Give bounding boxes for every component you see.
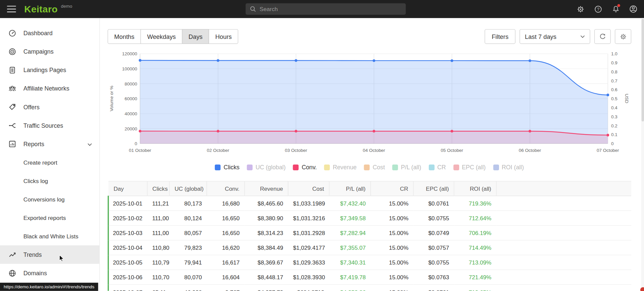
table-cell: 2025-10-02: [108, 211, 147, 225]
table-row: 2025-10-02111,0080,12416,650$8,380.90$1,…: [108, 211, 631, 225]
search-input[interactable]: [246, 3, 406, 15]
table-cell: 111,00: [147, 226, 169, 240]
left-axis-label: Volume or %: [109, 86, 114, 111]
topbar: Keitaro demo ?: [0, 0, 644, 18]
table-cell: 15.00%: [371, 240, 413, 255]
legend-item-conv[interactable]: Conv.: [293, 164, 317, 171]
refresh-button[interactable]: [594, 29, 611, 44]
legend-item-cost[interactable]: Cost: [364, 164, 385, 171]
table-cell: 16,680: [207, 196, 245, 211]
table-cell: $7,355.07: [329, 240, 371, 255]
sidebar-item-campaigns[interactable]: Campaigns: [0, 42, 99, 61]
sidebar-item-exported-reports[interactable]: Exported reports: [0, 209, 99, 227]
table-cell-filler: [496, 255, 631, 270]
date-range-select[interactable]: Last 7 days: [519, 29, 590, 44]
settings-gear-icon[interactable]: [576, 5, 584, 13]
tab-hours[interactable]: Hours: [209, 29, 238, 44]
legend-swatch: [247, 165, 253, 170]
sidebar-item-affiliate-networks[interactable]: Affiliate Networks: [0, 79, 99, 98]
sidebar-item-label: Domains: [23, 270, 47, 277]
legend-item-epc-all[interactable]: EPC (all): [453, 164, 486, 171]
svg-text:0: 0: [135, 141, 137, 146]
chart-settings-button[interactable]: [615, 29, 631, 44]
tab-days[interactable]: Days: [182, 29, 209, 44]
legend-item-cr[interactable]: CR: [429, 164, 446, 171]
table-cell: $7,419.78: [329, 270, 371, 285]
table-cell: $7,282.94: [329, 226, 371, 240]
scrollbar-thumb[interactable]: [642, 19, 644, 121]
sidebar-item-clicks-log[interactable]: Clicks log: [0, 172, 99, 190]
account-avatar-icon[interactable]: [629, 5, 637, 13]
legend-swatch: [324, 165, 330, 170]
filters-button[interactable]: Filters: [485, 29, 515, 44]
table-header-epc-all: EPC (all): [413, 181, 454, 196]
sidebar-item-landings[interactable]: Landings Pages: [0, 61, 99, 79]
help-icon[interactable]: ?: [594, 5, 602, 13]
svg-text:20000: 20000: [125, 126, 137, 131]
sidebar-item-domains[interactable]: Domains: [0, 264, 99, 282]
table-cell: $8,465.60: [245, 196, 288, 211]
table-cell: 706.19%: [454, 226, 496, 240]
table-cell: $7,340.31: [329, 255, 371, 270]
legend-swatch: [392, 165, 398, 170]
legend-item-roi-all[interactable]: ROI (all): [493, 164, 524, 171]
hamburger-menu-icon[interactable]: [7, 6, 16, 12]
sidebar-item-conversions-log[interactable]: Conversions log: [0, 190, 99, 209]
table-cell: 9,767: [207, 285, 245, 291]
table-cell: $0.0755: [413, 211, 454, 225]
table-cell: 111,00: [147, 211, 169, 225]
notifications-bell-icon[interactable]: [611, 5, 620, 13]
legend-item-uc-global[interactable]: UC (global): [247, 164, 286, 171]
table-cell: $0.0763: [413, 270, 454, 285]
affiliate-networks-icon: [8, 84, 16, 93]
sidebar-item-trends[interactable]: Trends: [0, 245, 99, 264]
scrollbar-track[interactable]: [641, 18, 644, 291]
table-cell: $1,031.3216: [288, 211, 329, 225]
svg-text:100000: 100000: [122, 66, 137, 71]
dashboard-icon: [8, 29, 16, 37]
sidebar-item-label: Affiliate Networks: [23, 85, 69, 92]
trends-table-wrap: DayClicksUC (global)Conv.RevenueCostP/L …: [108, 181, 631, 291]
legend-label: Cost: [373, 164, 385, 171]
legend-swatch: [453, 165, 459, 170]
legend-item-revenue[interactable]: Revenue: [324, 164, 357, 171]
notification-badge: [617, 4, 620, 7]
sidebar-item-black-white-lists[interactable]: Black and White Lists: [0, 227, 99, 245]
table-cell: 719.36%: [454, 196, 496, 211]
sidebar-item-traffic-sources[interactable]: Traffic Sources: [0, 116, 99, 134]
sidebar-item-offers[interactable]: Offers: [0, 98, 99, 116]
svg-text:05 October: 05 October: [441, 148, 463, 153]
svg-text:0.6: 0.6: [611, 87, 617, 92]
legend-item-clicks[interactable]: Clicks: [215, 164, 240, 171]
table-cell: 79,941: [169, 255, 207, 270]
table-cell: 15.00%: [371, 226, 413, 240]
svg-text:07 October: 07 October: [597, 148, 619, 153]
sidebar-item-label: Landings Pages: [23, 67, 66, 73]
table-row: 2025-10-06110,7080,07016,604$8,448.17$1,…: [108, 270, 631, 285]
tab-weekdays[interactable]: Weekdays: [141, 29, 183, 44]
svg-text:0.4: 0.4: [611, 105, 617, 110]
svg-text:0.7: 0.7: [611, 78, 617, 83]
chevron-down-icon: [580, 35, 585, 38]
env-badge: demo: [61, 4, 72, 9]
sidebar-item-create-report[interactable]: Create report: [0, 153, 99, 171]
sidebar-item-label: Offers: [23, 104, 40, 110]
sidebar-item-dashboard[interactable]: Dashboard: [0, 24, 99, 42]
table-cell: 16,617: [207, 255, 245, 270]
table-cell: 15.00%: [371, 270, 413, 285]
table-header-day: Day: [108, 181, 147, 196]
table-cell: 16,650: [207, 226, 245, 240]
legend-swatch: [364, 165, 370, 170]
legend-swatch: [493, 165, 499, 170]
trends-chart: Volume or % USD 020000400006000080000100…: [108, 48, 631, 157]
sidebar-item-label: Campaigns: [23, 48, 54, 55]
legend-item-p-l-all[interactable]: P/L (all): [392, 164, 421, 171]
table-cell: 2025-10-03: [108, 226, 147, 240]
gear-icon: [620, 33, 627, 40]
table-row: 2025-10-01111,2180,17316,680$8,465.60$1,…: [108, 196, 631, 211]
svg-text:1.0: 1.0: [611, 51, 617, 56]
sidebar-item-reports[interactable]: Reports: [0, 134, 99, 153]
trends-icon: [8, 250, 16, 258]
tab-months[interactable]: Months: [108, 29, 141, 44]
legend-label: Revenue: [333, 164, 357, 171]
